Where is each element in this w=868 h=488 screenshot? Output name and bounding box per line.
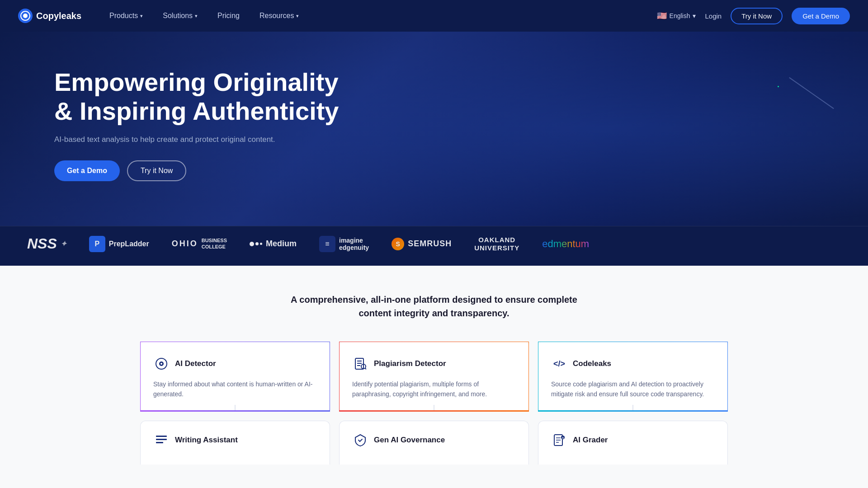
card-title: Writing Assistant [175, 436, 238, 445]
nav-right: 🇺🇸 English ▾ Login Try it Now Get a Demo [657, 8, 850, 24]
logo[interactable]: Copyleaks [18, 9, 81, 23]
prepladder-icon: P [89, 236, 105, 252]
lang-label: English [670, 12, 690, 19]
card-plagiarism-detector: Plagiarism Detector Identify potential p… [339, 342, 529, 412]
plagiarism-detector-icon [352, 356, 368, 372]
get-a-demo-button-hero[interactable]: Get a Demo [54, 160, 120, 181]
deco-line [789, 77, 834, 109]
card-header: Writing Assistant [153, 432, 317, 448]
card-writing-assistant: Writing Assistant [140, 421, 330, 465]
deco-dot [778, 86, 779, 87]
navigation: Copyleaks Products ▾ Solutions ▾ Pricing… [0, 0, 868, 32]
section-tagline: A comprehensive, all-in-one platform des… [276, 293, 592, 320]
card-title: Plagiarism Detector [374, 359, 446, 368]
resources-chevron-icon: ▾ [296, 13, 299, 19]
hero-buttons: Get a Demo Try it Now [54, 160, 371, 181]
svg-line-10 [365, 368, 366, 370]
writing-assistant-icon [153, 432, 170, 448]
logo-ohio: OHIO BUSINESSCOLLEGE [172, 238, 227, 249]
solutions-chevron-icon: ▾ [195, 13, 198, 19]
svg-text:A: A [562, 436, 564, 439]
nav-resources[interactable]: Resources ▾ [250, 0, 309, 32]
lang-chevron-icon: ▾ [693, 12, 696, 19]
hero-section: Empowering Originality & Inspiring Authe… [0, 32, 868, 226]
svg-point-4 [160, 363, 162, 365]
logo-edgenuity: ≡ imagineedgenuity [319, 236, 369, 252]
logo-nss: NSS ✦ [27, 235, 66, 252]
card-header: Gen AI Governance [352, 432, 516, 448]
ai-detector-icon [153, 356, 170, 372]
card-header: AI Detector [153, 356, 317, 372]
card-bottom-indicator [434, 405, 434, 410]
logo-wordmark: Copyleaks [36, 11, 81, 21]
nav-links: Products ▾ Solutions ▾ Pricing Resources… [99, 0, 656, 32]
language-selector[interactable]: 🇺🇸 English ▾ [657, 11, 696, 21]
features-section: A comprehensive, all-in-one platform des… [0, 266, 868, 488]
gen-ai-governance-icon [352, 432, 368, 448]
svg-rect-13 [156, 442, 163, 443]
medium-icon [250, 242, 262, 246]
codeleaks-icon: </> [551, 356, 567, 372]
login-link[interactable]: Login [705, 12, 722, 20]
card-ai-grader: A AI Grader [538, 421, 728, 465]
nav-pricing[interactable]: Pricing [208, 0, 250, 32]
logo-medium: Medium [250, 239, 297, 249]
card-codeleaks: </> Codeleaks Source code plagiarism and… [538, 342, 728, 412]
logo-prepladder: P PrepLadder [89, 236, 149, 252]
try-it-now-button-hero[interactable]: Try it Now [127, 160, 186, 181]
logo-semrush: S SEMRUSH [392, 238, 452, 250]
card-header: A AI Grader [551, 432, 715, 448]
svg-rect-12 [156, 439, 167, 440]
logo-oakland: OAKLANDUNIVERSITY [474, 236, 519, 252]
semrush-icon: S [392, 238, 404, 250]
products-chevron-icon: ▾ [140, 13, 143, 19]
edgenuity-icon: ≡ [319, 236, 335, 252]
nav-solutions[interactable]: Solutions ▾ [153, 0, 208, 32]
card-desc: Source code plagiarism and AI detection … [551, 379, 715, 399]
card-title: AI Detector [175, 359, 216, 368]
cards-grid: AI Detector Stay informed about what con… [140, 342, 728, 465]
card-desc: Stay informed about what content is huma… [153, 379, 317, 399]
card-title: Codeleaks [573, 359, 611, 368]
card-header: </> Codeleaks [551, 356, 715, 372]
ai-grader-icon: A [551, 432, 567, 448]
card-bottom-indicator [632, 405, 633, 410]
card-bottom-indicator [235, 405, 236, 410]
get-a-demo-button-nav[interactable]: Get a Demo [792, 8, 850, 24]
card-title: AI Grader [573, 436, 608, 445]
flag-icon: 🇺🇸 [657, 11, 667, 21]
card-desc: Identify potential plagiarism, multiple … [352, 379, 516, 399]
nav-products[interactable]: Products ▾ [99, 0, 153, 32]
card-header: Plagiarism Detector [352, 356, 516, 372]
hero-title: Empowering Originality & Inspiring Authe… [54, 68, 371, 126]
logo-icon [18, 9, 33, 23]
card-gen-ai-governance: Gen AI Governance [339, 421, 529, 465]
card-title: Gen AI Governance [374, 436, 445, 445]
card-ai-detector: AI Detector Stay informed about what con… [140, 342, 330, 412]
try-it-now-button[interactable]: Try it Now [731, 8, 783, 24]
hero-subtitle: AI-based text analysis to help create an… [54, 135, 371, 144]
svg-point-1 [23, 14, 28, 18]
logos-strip: NSS ✦ P PrepLadder OHIO BUSINESSCOLLEGE … [0, 226, 868, 266]
svg-rect-11 [156, 436, 167, 437]
hero-content: Empowering Originality & Inspiring Authe… [54, 68, 371, 181]
logo-edmentum: edmentum [542, 238, 589, 250]
